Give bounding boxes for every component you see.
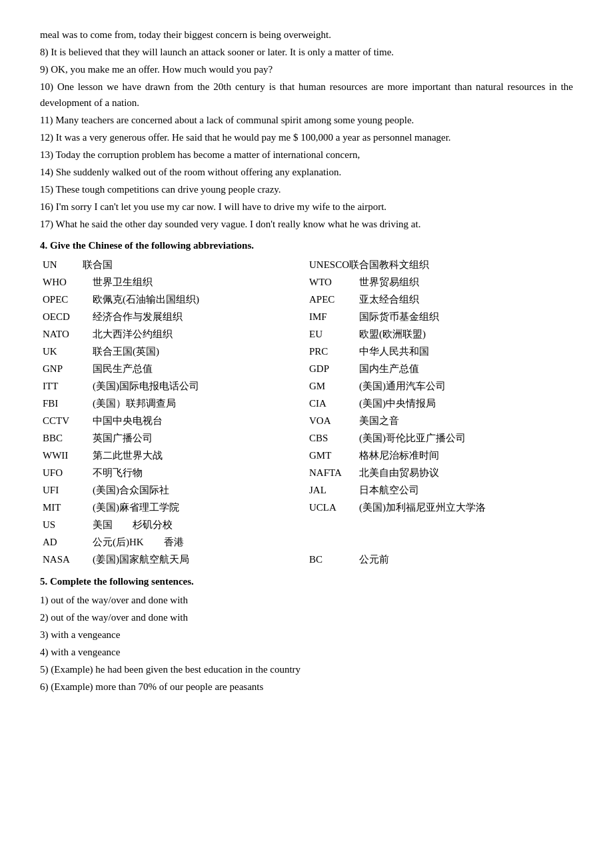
- abbr-meaning: (美国)加利福尼亚州立大学洛: [349, 502, 486, 513]
- abbr-meaning: 联合国: [83, 259, 113, 270]
- abbr-left-cell: CCTV 中国中央电视台: [40, 412, 306, 429]
- abbr-left-cell: MIT (美国)麻省理工学院: [40, 499, 306, 516]
- abbr-row: WHO 世界卫生组织WTO 世界贸易组织: [40, 273, 573, 291]
- abbr-meaning: (美国）联邦调查局: [83, 398, 176, 409]
- abbr-meaning: 国民生产总值: [83, 363, 153, 374]
- paragraph-8: 15) These tough competitions can drive y…: [40, 181, 573, 197]
- abbr-row: WWII 第二此世界大战GMT 格林尼治标准时间: [40, 447, 573, 464]
- abbr-code: EU: [309, 326, 349, 342]
- section5-item: 2) out of the way/over and done with: [40, 609, 573, 625]
- abbr-meaning: 世界贸易组织: [349, 277, 419, 287]
- abbr-meaning: 北美自由贸易协议: [349, 467, 439, 478]
- abbr-meaning: (美国)通用汽车公司: [349, 381, 446, 391]
- abbr-code: BBC: [43, 430, 83, 446]
- abbr-code: OECD: [43, 309, 83, 325]
- abbr-right-cell: NAFTA 北美自由贸易协议: [306, 464, 573, 481]
- abbr-code: UFI: [43, 482, 83, 498]
- abbr-right-cell: [306, 533, 573, 551]
- abbr-meaning: 英国广播公司: [83, 433, 153, 443]
- paragraph-10: 17) What he said the other day sounded v…: [40, 216, 573, 232]
- paragraph-1: 8) It is believed that they will launch …: [40, 44, 573, 60]
- abbr-meaning: (美国)麻省理工学院: [83, 502, 179, 513]
- abbr-code: GM: [309, 378, 349, 394]
- abbr-meaning: 世界卫生组织: [83, 277, 153, 287]
- abbr-left-cell: UK 联合王国(英国): [40, 343, 306, 360]
- abbr-code: WTO: [309, 274, 349, 290]
- abbr-meaning: 不明飞行物: [83, 467, 143, 478]
- abbr-left-cell: US 美国 杉矶分校: [40, 516, 306, 533]
- abbr-row: AD 公元(后)HK 香港: [40, 533, 573, 551]
- abbr-meaning: 格林尼治标准时间: [349, 450, 439, 461]
- abbr-left-cell: OECD 经济合作与发展组织: [40, 308, 306, 325]
- abbr-code: FBI: [43, 395, 83, 411]
- abbr-code: JAL: [309, 482, 349, 498]
- abbr-right-cell: CIA (美国)中央情报局: [306, 395, 573, 412]
- abbr-meaning: 中华人民共和国: [349, 346, 429, 357]
- abbr-left-cell: AD 公元(后)HK 香港: [40, 533, 306, 551]
- abbr-code: ITT: [43, 378, 83, 394]
- paragraph-9: 16) I'm sorry I can't let you use my car…: [40, 199, 573, 215]
- abbr-right-cell: BC 公元前: [306, 551, 573, 568]
- abbr-right-cell: EU 欧盟(欧洲联盟): [306, 325, 573, 343]
- abbr-code: UFO: [43, 465, 83, 481]
- abbr-meaning: 美国之音: [349, 415, 399, 426]
- abbr-row: BBC 英国广播公司CBS (美国)哥伦比亚广播公司: [40, 429, 573, 447]
- abbr-left-cell: FBI (美国）联邦调查局: [40, 395, 306, 412]
- abbr-meaning: (姜国)国家航空航天局: [83, 554, 189, 565]
- paragraph-5: 12) It was a very generous offer. He sai…: [40, 129, 573, 145]
- abbr-row: NATO 北大西洋公约组织EU 欧盟(欧洲联盟): [40, 325, 573, 343]
- abbr-meaning: 联合王国(英国): [83, 346, 159, 357]
- abbr-meaning: (美国)合众国际社: [83, 485, 169, 495]
- abbr-left-cell: UN联合国: [40, 256, 306, 273]
- abbr-right-cell: GDP 国内生产总值: [306, 360, 573, 377]
- abbr-meaning: 欧佩克(石油输出国组织): [83, 294, 199, 305]
- abbr-code: WHO: [43, 274, 83, 290]
- section5-item: 3) with a vengeance: [40, 627, 573, 643]
- abbr-right-cell: WTO 世界贸易组织: [306, 273, 573, 291]
- abbr-right-cell: CBS (美国)哥伦比亚广播公司: [306, 429, 573, 447]
- abbr-left-cell: WHO 世界卫生组织: [40, 273, 306, 291]
- abbr-row: CCTV 中国中央电视台VOA 美国之音: [40, 412, 573, 429]
- abbr-left-cell: NASA (姜国)国家航空航天局: [40, 551, 306, 568]
- abbr-right-cell: UCLA (美国)加利福尼亚州立大学洛: [306, 499, 573, 516]
- abbr-row: UN联合国UNESCO联合国教科文组织: [40, 256, 573, 273]
- abbr-meaning: (美国)哥伦比亚广播公司: [349, 433, 466, 443]
- abbr-code: NAFTA: [309, 465, 349, 481]
- section5-item: 4) with a vengeance: [40, 644, 573, 660]
- abbr-code: CCTV: [43, 413, 83, 429]
- abbr-right-cell: IMF 国际货币基金组织: [306, 308, 573, 325]
- section5-item: 5) (Example) he had been given the best …: [40, 661, 573, 677]
- abbr-right-cell: APEC 亚太经合组织: [306, 291, 573, 308]
- abbr-left-cell: UFI (美国)合众国际社: [40, 481, 306, 499]
- abbr-left-cell: ITT (美国)国际电报电话公司: [40, 377, 306, 395]
- abbr-left-cell: OPEC 欧佩克(石油输出国组织): [40, 291, 306, 308]
- abbr-meaning: 联合国教科文组织: [349, 259, 429, 270]
- abbr-code: AD: [43, 534, 83, 550]
- abbr-code: VOA: [309, 413, 349, 429]
- abbr-right-cell: GMT 格林尼治标准时间: [306, 447, 573, 464]
- abbr-code: BC: [309, 551, 349, 567]
- abbr-meaning: 北大西洋公约组织: [83, 329, 173, 339]
- opening-paragraphs: meal was to come from, today their bigge…: [40, 27, 573, 232]
- section5-title: 5. Complete the following sentences.: [40, 573, 573, 589]
- abbr-code: UK: [43, 343, 83, 359]
- abbr-code: APEC: [309, 291, 349, 307]
- abbr-row: OECD 经济合作与发展组织IMF 国际货币基金组织: [40, 308, 573, 325]
- abbr-meaning: 中国中央电视台: [83, 415, 163, 426]
- abbr-meaning: 国际货币基金组织: [349, 311, 439, 322]
- abbr-left-cell: GNP 国民生产总值: [40, 360, 306, 377]
- abbr-right-cell: GM (美国)通用汽车公司: [306, 377, 573, 395]
- abbr-code: CBS: [309, 430, 349, 446]
- abbr-code: GDP: [309, 361, 349, 377]
- abbr-code: UNESCO: [309, 257, 349, 273]
- abbr-left-cell: NATO 北大西洋公约组织: [40, 325, 306, 343]
- abbr-left-cell: BBC 英国广播公司: [40, 429, 306, 447]
- abbr-code: GNP: [43, 361, 83, 377]
- abbr-code: NATO: [43, 326, 83, 342]
- abbr-row: OPEC 欧佩克(石油输出国组织)APEC 亚太经合组织: [40, 291, 573, 308]
- abbr-code: MIT: [43, 499, 83, 515]
- abbr-meaning: 国内生产总值: [349, 363, 419, 374]
- paragraph-7: 14) She suddenly walked out of the room …: [40, 164, 573, 180]
- abbr-code: WWII: [43, 447, 83, 463]
- abbr-row: UFI (美国)合众国际社JAL 日本航空公司: [40, 481, 573, 499]
